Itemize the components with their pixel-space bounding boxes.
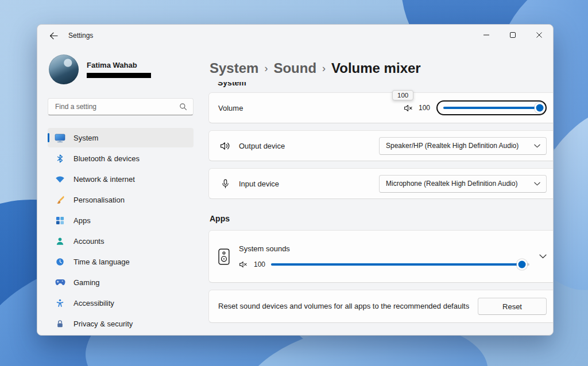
reset-row: Reset sound devices and volumes for all … [208,290,554,323]
output-device-dropdown[interactable]: Speaker/HP (Realtek High Definition Audi… [379,137,547,155]
wifi-icon [55,174,65,185]
apps-section-header: Apps [210,214,554,223]
input-device-selected: Microphone (Realtek High Definition Audi… [386,180,517,188]
system-sounds-content: System sounds 100 [239,244,529,268]
sidebar-item-label: Bluetooth & devices [74,154,140,163]
mute-speaker-icon[interactable] [239,261,248,268]
sidebar-item-network-internet[interactable]: Network & internet [48,169,194,189]
sidebar-item-label: Network & internet [74,175,135,184]
search-box [48,98,194,115]
search-input[interactable] [54,102,179,111]
sidebar-item-label: Time & language [74,258,130,266]
sidebar-item-accessibility[interactable]: Accessibility [48,293,194,313]
expand-chevron-icon[interactable] [539,254,547,259]
input-device-label: Input device [239,180,279,188]
system-sounds-controls: 100 [239,260,529,268]
breadcrumb-sound[interactable]: Sound [273,60,316,76]
window-body: Fatima Wahab [37,46,553,336]
sidebar-item-gaming[interactable]: Gaming [48,272,194,292]
window-title: Settings [68,32,93,40]
volume-slider-fill [443,107,540,109]
sidebar-item-label: Accounts [74,237,104,246]
sidebar-nav: System Bluetooth & devices Network & int… [48,128,194,333]
close-icon [536,32,542,38]
minimize-icon [483,32,489,38]
lock-icon [55,318,65,329]
sidebar-item-time-language[interactable]: Time & language [48,252,194,271]
system-sounds-label: System sounds [239,244,529,253]
speaker-output-icon [218,141,232,151]
system-sounds-value: 100 [254,260,265,268]
volume-row: Volume 100 100 [208,92,554,123]
page-title: Volume mixer [331,60,421,76]
volume-slider-thumb[interactable] [536,104,544,112]
mute-speaker-icon[interactable] [404,104,413,112]
system-sounds-slider-fill [271,263,521,266]
sidebar: Fatima Wahab [37,46,204,336]
microphone-icon [218,179,232,189]
sidebar-item-label: System [74,134,98,142]
profile-section[interactable]: Fatima Wahab [48,54,194,84]
input-device-row: Input device Microphone (Realtek High De… [208,168,554,199]
sidebar-item-label: Privacy & security [74,320,133,328]
output-device-label: Output device [239,142,285,150]
profile-info: Fatima Wahab [87,61,151,78]
breadcrumb-separator: › [316,63,331,75]
paintbrush-icon [55,194,65,205]
output-device-selected: Speaker/HP (Realtek High Definition Audi… [386,142,519,150]
back-button[interactable] [44,28,63,44]
volume-label: Volume [218,104,243,112]
titlebar: Settings [37,25,553,46]
chevron-down-icon [534,144,540,148]
system-monitor-icon [55,133,65,143]
window-controls [473,25,552,45]
clipped-section-header: System [208,82,554,88]
breadcrumb: System › Sound › Volume mixer [208,58,554,79]
sidebar-item-label: Gaming [74,278,100,287]
clock-icon [55,256,65,267]
redacted-email [87,73,151,78]
input-device-dropdown[interactable]: Microphone (Realtek High Definition Audi… [379,175,547,193]
output-device-row: Output device Speaker/HP (Realtek High D… [208,130,554,161]
apps-grid-icon [55,215,65,226]
main-content: System › Sound › Volume mixer System Vol… [204,46,554,336]
system-sounds-slider[interactable] [271,263,529,266]
back-arrow-icon [49,32,58,40]
game-controller-icon [55,277,65,288]
person-icon [55,236,65,247]
avatar [49,54,79,84]
volume-controls: 100 [404,100,547,115]
sidebar-item-bluetooth-devices[interactable]: Bluetooth & devices [48,149,194,168]
breadcrumb-separator: › [258,63,273,75]
settings-window: Settings Fatima Wahab [37,24,554,336]
profile-name: Fatima Wahab [87,61,151,69]
sidebar-item-label: Accessibility [74,299,114,307]
system-sounds-icon [218,248,230,265]
sidebar-item-label: Apps [74,216,91,225]
sidebar-item-apps[interactable]: Apps [48,211,194,230]
volume-value: 100 [419,104,430,112]
reset-button[interactable]: Reset [478,298,547,315]
maximize-icon [510,32,516,38]
system-sounds-row: System sounds 100 [208,230,554,283]
sidebar-item-accounts[interactable]: Accounts [48,231,194,251]
minimize-button[interactable] [473,25,500,45]
sidebar-item-label: Personalisation [74,196,125,204]
bluetooth-icon [55,153,65,164]
sidebar-item-privacy-security[interactable]: Privacy & security [48,314,194,333]
sidebar-item-personalisation[interactable]: Personalisation [48,190,194,209]
search-icon [179,103,187,111]
system-sounds-slider-thumb[interactable] [518,261,525,268]
volume-tooltip: 100 [392,90,413,100]
volume-slider-focus-ring [436,100,547,115]
chevron-down-icon [534,182,540,186]
reset-description: Reset sound devices and volumes for all … [218,301,478,312]
sidebar-item-system[interactable]: System [48,128,194,147]
maximize-button[interactable] [500,25,526,45]
accessibility-person-icon [55,298,65,309]
volume-slider[interactable] [443,107,540,109]
close-button[interactable] [526,25,552,45]
breadcrumb-system[interactable]: System [210,60,258,76]
